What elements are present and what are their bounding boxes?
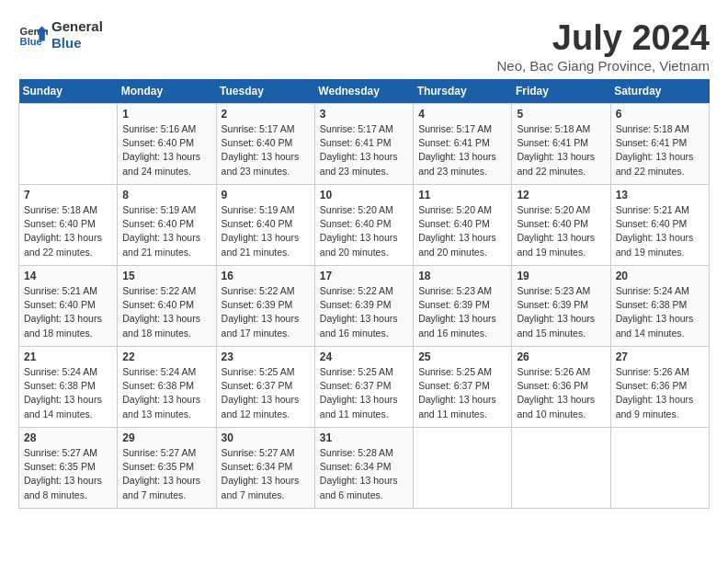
calendar-cell: 23Sunrise: 5:25 AM Sunset: 6:37 PM Dayli… xyxy=(216,347,314,428)
day-info: Sunrise: 5:16 AM Sunset: 6:40 PM Dayligh… xyxy=(122,122,210,178)
calendar-cell: 14Sunrise: 5:21 AM Sunset: 6:40 PM Dayli… xyxy=(19,266,118,347)
day-info: Sunrise: 5:17 AM Sunset: 6:40 PM Dayligh… xyxy=(222,122,310,178)
day-info: Sunrise: 5:23 AM Sunset: 6:39 PM Dayligh… xyxy=(418,284,506,340)
calendar-cell: 25Sunrise: 5:25 AM Sunset: 6:37 PM Dayli… xyxy=(414,347,512,428)
calendar-cell: 5Sunrise: 5:18 AM Sunset: 6:41 PM Daylig… xyxy=(512,104,610,185)
day-number: 17 xyxy=(320,270,408,282)
day-number: 13 xyxy=(616,189,704,201)
header: General Blue General Blue July 2024 Neo,… xyxy=(18,18,710,74)
header-thursday: Thursday xyxy=(414,79,512,104)
day-number: 1 xyxy=(122,108,210,121)
logo: General Blue General Blue xyxy=(18,18,103,52)
day-info: Sunrise: 5:23 AM Sunset: 6:39 PM Dayligh… xyxy=(517,284,605,340)
day-info: Sunrise: 5:17 AM Sunset: 6:41 PM Dayligh… xyxy=(320,122,408,178)
day-number: 25 xyxy=(418,350,506,363)
calendar-cell: 17Sunrise: 5:22 AM Sunset: 6:39 PM Dayli… xyxy=(314,266,413,347)
calendar-cell: 10Sunrise: 5:20 AM Sunset: 6:40 PM Dayli… xyxy=(314,185,413,266)
header-tuesday: Tuesday xyxy=(216,79,314,104)
calendar-week-row: 21Sunrise: 5:24 AM Sunset: 6:38 PM Dayli… xyxy=(19,347,710,428)
calendar-cell: 28Sunrise: 5:27 AM Sunset: 6:35 PM Dayli… xyxy=(19,428,118,509)
calendar-cell: 7Sunrise: 5:18 AM Sunset: 6:40 PM Daylig… xyxy=(19,185,118,266)
day-number: 21 xyxy=(24,350,112,363)
header-saturday: Saturday xyxy=(610,79,709,104)
day-info: Sunrise: 5:21 AM Sunset: 6:40 PM Dayligh… xyxy=(616,203,704,259)
day-number: 31 xyxy=(320,431,408,444)
day-number: 2 xyxy=(222,108,310,121)
page-subtitle: Neo, Bac Giang Province, Vietnam xyxy=(496,58,710,74)
page-title: July 2024 xyxy=(496,18,710,58)
day-number: 10 xyxy=(320,189,408,201)
day-info: Sunrise: 5:27 AM Sunset: 6:35 PM Dayligh… xyxy=(122,446,210,502)
day-number: 3 xyxy=(320,108,408,121)
calendar-cell: 31Sunrise: 5:28 AM Sunset: 6:34 PM Dayli… xyxy=(314,428,413,509)
day-number: 4 xyxy=(418,108,506,121)
day-number: 26 xyxy=(517,350,605,363)
calendar-week-row: 14Sunrise: 5:21 AM Sunset: 6:40 PM Dayli… xyxy=(19,266,710,347)
day-info: Sunrise: 5:19 AM Sunset: 6:40 PM Dayligh… xyxy=(122,203,210,259)
day-number: 30 xyxy=(222,431,310,444)
calendar-cell: 26Sunrise: 5:26 AM Sunset: 6:36 PM Dayli… xyxy=(512,347,610,428)
calendar-cell: 22Sunrise: 5:24 AM Sunset: 6:38 PM Dayli… xyxy=(118,347,216,428)
day-info: Sunrise: 5:25 AM Sunset: 6:37 PM Dayligh… xyxy=(418,365,506,421)
calendar-cell xyxy=(512,428,610,509)
logo-general: General xyxy=(51,18,103,35)
day-number: 29 xyxy=(122,431,210,444)
calendar-cell: 21Sunrise: 5:24 AM Sunset: 6:38 PM Dayli… xyxy=(19,347,118,428)
calendar-cell: 29Sunrise: 5:27 AM Sunset: 6:35 PM Dayli… xyxy=(118,428,216,509)
day-number: 28 xyxy=(24,431,112,444)
day-number: 18 xyxy=(418,270,506,282)
calendar-cell: 6Sunrise: 5:18 AM Sunset: 6:41 PM Daylig… xyxy=(610,104,709,185)
calendar-week-row: 28Sunrise: 5:27 AM Sunset: 6:35 PM Dayli… xyxy=(19,428,710,509)
day-info: Sunrise: 5:27 AM Sunset: 6:34 PM Dayligh… xyxy=(222,446,310,502)
calendar-cell: 11Sunrise: 5:20 AM Sunset: 6:40 PM Dayli… xyxy=(414,185,512,266)
title-block: July 2024 Neo, Bac Giang Province, Vietn… xyxy=(496,18,710,74)
day-info: Sunrise: 5:24 AM Sunset: 6:38 PM Dayligh… xyxy=(122,365,210,421)
calendar-cell xyxy=(610,428,709,509)
day-number: 20 xyxy=(616,270,704,282)
calendar-cell: 24Sunrise: 5:25 AM Sunset: 6:37 PM Dayli… xyxy=(314,347,413,428)
header-monday: Monday xyxy=(118,79,216,104)
day-info: Sunrise: 5:21 AM Sunset: 6:40 PM Dayligh… xyxy=(24,284,112,340)
day-number: 5 xyxy=(517,108,605,121)
calendar-cell: 1Sunrise: 5:16 AM Sunset: 6:40 PM Daylig… xyxy=(118,104,216,185)
calendar-week-row: 7Sunrise: 5:18 AM Sunset: 6:40 PM Daylig… xyxy=(19,185,710,266)
calendar-header-row: SundayMondayTuesdayWednesdayThursdayFrid… xyxy=(19,79,710,104)
header-wednesday: Wednesday xyxy=(314,79,413,104)
day-info: Sunrise: 5:26 AM Sunset: 6:36 PM Dayligh… xyxy=(517,365,605,421)
calendar-cell: 16Sunrise: 5:22 AM Sunset: 6:39 PM Dayli… xyxy=(216,266,314,347)
day-info: Sunrise: 5:17 AM Sunset: 6:41 PM Dayligh… xyxy=(418,122,506,178)
day-number: 24 xyxy=(320,350,408,363)
calendar-cell: 9Sunrise: 5:19 AM Sunset: 6:40 PM Daylig… xyxy=(216,185,314,266)
day-info: Sunrise: 5:22 AM Sunset: 6:39 PM Dayligh… xyxy=(222,284,310,340)
day-info: Sunrise: 5:18 AM Sunset: 6:41 PM Dayligh… xyxy=(517,122,605,178)
logo-blue: Blue xyxy=(51,35,103,52)
calendar-cell: 4Sunrise: 5:17 AM Sunset: 6:41 PM Daylig… xyxy=(414,104,512,185)
calendar-table: SundayMondayTuesdayWednesdayThursdayFrid… xyxy=(18,79,710,509)
day-number: 6 xyxy=(616,108,704,121)
day-number: 8 xyxy=(122,189,210,201)
day-number: 23 xyxy=(222,350,310,363)
calendar-cell xyxy=(19,104,118,185)
day-info: Sunrise: 5:24 AM Sunset: 6:38 PM Dayligh… xyxy=(616,284,704,340)
day-number: 22 xyxy=(122,350,210,363)
day-info: Sunrise: 5:20 AM Sunset: 6:40 PM Dayligh… xyxy=(320,203,408,259)
calendar-cell: 13Sunrise: 5:21 AM Sunset: 6:40 PM Dayli… xyxy=(610,185,709,266)
calendar-cell: 27Sunrise: 5:26 AM Sunset: 6:36 PM Dayli… xyxy=(610,347,709,428)
day-info: Sunrise: 5:27 AM Sunset: 6:35 PM Dayligh… xyxy=(24,446,112,502)
day-info: Sunrise: 5:25 AM Sunset: 6:37 PM Dayligh… xyxy=(320,365,408,421)
logo-icon: General Blue xyxy=(18,20,48,50)
day-number: 12 xyxy=(517,189,605,201)
day-number: 16 xyxy=(222,270,310,282)
day-number: 9 xyxy=(222,189,310,201)
svg-text:Blue: Blue xyxy=(20,36,42,47)
calendar-week-row: 1Sunrise: 5:16 AM Sunset: 6:40 PM Daylig… xyxy=(19,104,710,185)
calendar-cell: 15Sunrise: 5:22 AM Sunset: 6:40 PM Dayli… xyxy=(118,266,216,347)
header-sunday: Sunday xyxy=(19,79,118,104)
day-info: Sunrise: 5:22 AM Sunset: 6:39 PM Dayligh… xyxy=(320,284,408,340)
day-info: Sunrise: 5:22 AM Sunset: 6:40 PM Dayligh… xyxy=(122,284,210,340)
calendar-cell: 30Sunrise: 5:27 AM Sunset: 6:34 PM Dayli… xyxy=(216,428,314,509)
day-info: Sunrise: 5:24 AM Sunset: 6:38 PM Dayligh… xyxy=(24,365,112,421)
day-number: 14 xyxy=(24,270,112,282)
calendar-cell: 19Sunrise: 5:23 AM Sunset: 6:39 PM Dayli… xyxy=(512,266,610,347)
calendar-cell: 20Sunrise: 5:24 AM Sunset: 6:38 PM Dayli… xyxy=(610,266,709,347)
